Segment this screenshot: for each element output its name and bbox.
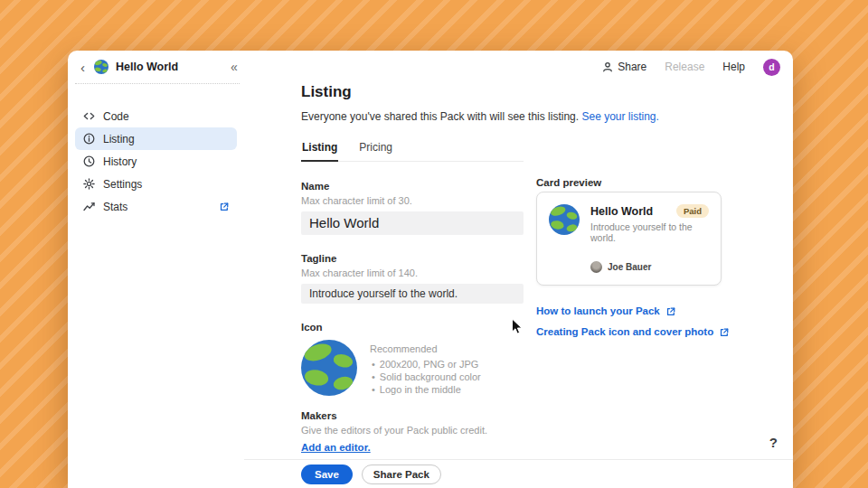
sidebar: Code Listing History (68, 83, 244, 488)
footer-bar: Save Share Pack (244, 459, 793, 488)
sidebar-item-label: Stats (103, 201, 127, 213)
page-title: Listing (301, 83, 793, 101)
recommended-item: Solid background color (370, 371, 481, 383)
launch-pack-link[interactable]: How to launch your Pack (536, 305, 744, 316)
sidebar-item-label: Code (103, 110, 129, 123)
tab-listing[interactable]: Listing (301, 137, 338, 162)
recommended-item: Logo in the middle (370, 383, 481, 396)
tab-pricing[interactable]: Pricing (358, 137, 393, 161)
main-panel: Listing Everyone you've shared this Pack… (244, 83, 793, 488)
author-name: Joe Bauer (608, 262, 651, 272)
help-button[interactable]: Help (722, 61, 745, 73)
card-globe-icon (549, 204, 580, 235)
recommended-title: Recommended (370, 343, 481, 354)
help-widget[interactable]: ? (769, 435, 778, 450)
add-editor-link[interactable]: Add an editor. (301, 442, 371, 453)
card-title: Hello World (590, 205, 653, 218)
sidebar-item-label: History (103, 155, 137, 168)
release-button[interactable]: Release (665, 61, 704, 73)
icon-section: Recommended 200x200, PNG or JPG Solid ba… (301, 340, 793, 396)
code-icon (83, 110, 95, 122)
trend-icon (83, 201, 95, 212)
info-icon (83, 133, 95, 145)
share-pack-button[interactable]: Share Pack (362, 465, 441, 484)
makers-hint: Give the editors of your Pack public cre… (301, 425, 793, 436)
sidebar-item-label: Settings (103, 178, 142, 191)
person-icon (602, 61, 613, 72)
sidebar-item-history[interactable]: History (75, 150, 237, 173)
save-button[interactable]: Save (301, 465, 353, 484)
pack-globe-icon (94, 60, 108, 74)
share-button[interactable]: Share (602, 61, 646, 73)
collapse-sidebar-icon[interactable]: « (231, 60, 238, 74)
card-tagline: Introduce yourself to the world. (590, 221, 709, 243)
sidebar-item-code[interactable]: Code (75, 105, 237, 127)
sidebar-item-stats[interactable]: Stats (75, 195, 237, 218)
share-label: Share (618, 61, 646, 73)
see-your-listing-link[interactable]: See your listing. (581, 110, 658, 123)
gear-icon (83, 178, 95, 190)
page-description: Everyone you've shared this Pack with wi… (301, 110, 793, 123)
paid-badge: Paid (676, 204, 709, 218)
pack-icon-globe[interactable] (301, 340, 357, 396)
external-link-icon (665, 306, 675, 316)
sidebar-item-listing[interactable]: Listing (75, 127, 237, 150)
sidebar-item-settings[interactable]: Settings (75, 173, 237, 195)
card-preview: Hello World Paid Introduce yourself to t… (536, 192, 722, 286)
external-link-icon (719, 327, 729, 337)
icon-cover-photo-link[interactable]: Creating Pack icon and cover photo (536, 326, 744, 337)
app-window: ‹ Hello World « Share Release Help (68, 51, 793, 488)
external-link-icon (219, 202, 229, 211)
user-avatar[interactable]: d (763, 59, 780, 76)
clock-icon (83, 155, 95, 167)
name-input[interactable]: Hello World (301, 211, 524, 235)
pack-title: Hello World (116, 61, 178, 73)
link-label: How to launch your Pack (536, 305, 660, 316)
recommended-item: 200x200, PNG or JPG (370, 358, 481, 371)
help-links: How to launch your Pack Creating Pack ic… (536, 305, 744, 337)
tab-bar: Listing Pricing (301, 137, 524, 162)
recommended-list: 200x200, PNG or JPG Solid background col… (370, 358, 481, 396)
author-avatar (590, 261, 602, 273)
description-text: Everyone you've shared this Pack with wi… (301, 110, 579, 123)
tagline-input[interactable]: Introduce yourself to the world. (301, 284, 524, 304)
link-label: Creating Pack icon and cover photo (536, 326, 713, 337)
sidebar-item-label: Listing (103, 133, 135, 145)
desktop-background: ‹ Hello World « Share Release Help (0, 0, 868, 488)
makers-label: Makers (301, 410, 793, 421)
card-preview-column: Card preview Hello World Paid Introduce … (536, 177, 744, 347)
back-chevron-icon[interactable]: ‹ (79, 61, 87, 74)
titlebar: ‹ Hello World « Share Release Help (68, 51, 793, 83)
card-preview-label: Card preview (536, 177, 744, 188)
